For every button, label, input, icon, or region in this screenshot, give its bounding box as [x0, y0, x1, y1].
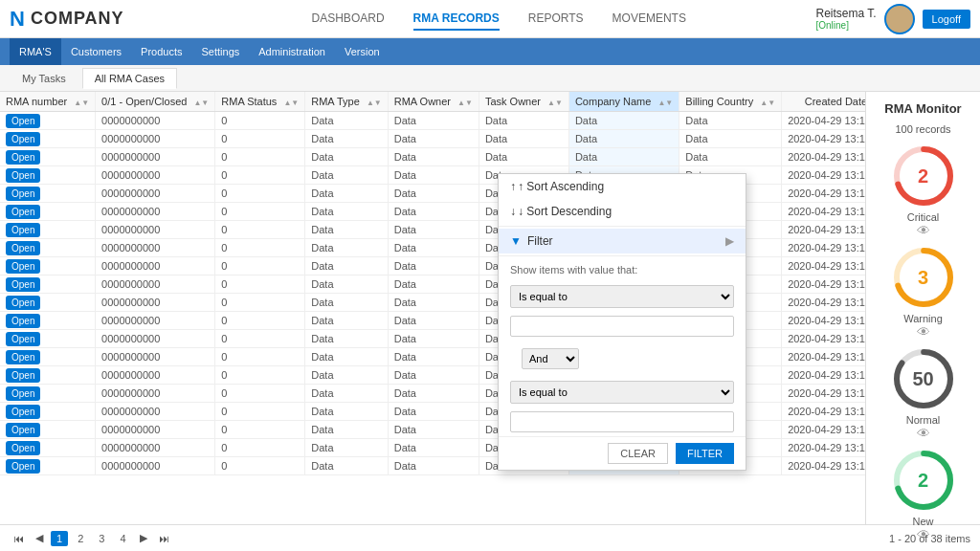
filter-value-2-row [499, 408, 746, 436]
open-status-badge[interactable]: Open [6, 114, 40, 128]
monitor-normal-eye-icon[interactable]: 👁 [917, 426, 930, 441]
page-first-button[interactable]: ⏮ [10, 531, 28, 546]
open-status-badge[interactable]: Open [6, 168, 40, 183]
sort-ascending-option[interactable]: ↑ ↑ Sort Ascending [499, 174, 746, 199]
monitor-title: RMA Monitor [884, 101, 961, 116]
filter-row-2: Is equal to Is not equal to Contains [499, 377, 746, 408]
page-3[interactable]: 3 [93, 531, 110, 546]
main-content: RMA number ▲▼ 0/1 - Open/Closed ▲▼ RMA S… [0, 92, 980, 524]
col-open-closed[interactable]: 0/1 - Open/Closed ▲▼ [96, 92, 215, 112]
monitor-item-warning: 3Warning👁 [874, 244, 972, 340]
sort-descending-option[interactable]: ↓ ↓ Sort Descending [499, 199, 746, 224]
table-row: Open00000000000DataDataDataDataData2020-… [0, 130, 865, 148]
open-status-badge[interactable]: Open [6, 332, 40, 346]
filter-clear-button[interactable]: CLEAR [608, 443, 668, 464]
and-or-select[interactable]: And Or [522, 348, 579, 369]
monitor-critical-label: Critical [907, 211, 940, 223]
open-status-badge[interactable]: Open [6, 223, 40, 237]
filter-value-2-input[interactable] [510, 411, 734, 432]
sub-nav: RMA'S Customers Products Settings Admini… [0, 38, 980, 65]
tab-all-rma-cases[interactable]: All RMA Cases [82, 68, 177, 89]
open-status-badge[interactable]: Open [6, 241, 40, 255]
open-status-badge[interactable]: Open [6, 205, 40, 219]
open-status-badge[interactable]: Open [6, 187, 40, 201]
monitor-normal-label: Normal [906, 414, 940, 426]
filter-and-row: And Or [499, 341, 746, 377]
subnav-administration[interactable]: Administration [249, 38, 335, 65]
monitor-critical-count: 2 [918, 165, 928, 187]
page-4[interactable]: 4 [114, 531, 131, 546]
col-rma-status[interactable]: RMA Status ▲▼ [215, 92, 305, 112]
col-created-date[interactable]: Created Date ▲▼ [782, 92, 865, 112]
subnav-settings[interactable]: Settings [192, 38, 250, 65]
subnav-rmas[interactable]: RMA'S [10, 38, 61, 65]
nav-reports[interactable]: REPORTS [528, 8, 584, 31]
page-next-button[interactable]: ▶ [136, 530, 151, 546]
top-bar: N COMPANY DASHBOARD RMA RECORDS REPORTS … [0, 0, 980, 38]
open-status-badge[interactable]: Open [6, 405, 40, 419]
filter-option[interactable]: ▼ Filter ▶ [499, 229, 746, 253]
subnav-customers[interactable]: Customers [61, 38, 131, 65]
monitor-items: 2Critical👁3Warning👁50Normal👁2New👁 [874, 143, 972, 542]
open-status-badge[interactable]: Open [6, 150, 40, 165]
open-status-badge[interactable]: Open [6, 132, 40, 146]
monitor-critical-eye-icon[interactable]: 👁 [917, 223, 930, 238]
col-rma-owner[interactable]: RMA Owner ▲▼ [388, 92, 479, 112]
table-row: Open00000000000DataDataDataDataData2020-… [0, 112, 865, 130]
open-status-badge[interactable]: Open [6, 259, 40, 274]
page-1[interactable]: 1 [51, 531, 68, 546]
filter-dropdown: ↑ ↑ Sort Ascending ↓ ↓ Sort Descending ▼… [498, 173, 746, 471]
col-task-owner[interactable]: Task Owner ▲▼ [479, 92, 568, 112]
monitor-new-count: 2 [918, 470, 928, 492]
table-area: RMA number ▲▼ 0/1 - Open/Closed ▲▼ RMA S… [0, 92, 865, 524]
page-last-button[interactable]: ⏭ [155, 531, 173, 546]
nav-rma-records[interactable]: RMA RECORDS [413, 8, 500, 31]
open-status-badge[interactable]: Open [6, 277, 40, 292]
open-status-badge[interactable]: Open [6, 441, 40, 455]
monitor-records: 100 records [895, 123, 950, 135]
tab-bar: My Tasks All RMA Cases [0, 65, 980, 92]
monitor-warning-count: 3 [918, 267, 928, 289]
user-status: [Online] [815, 20, 876, 31]
filter-condition-1-select[interactable]: Is equal to Is not equal to Contains [510, 285, 734, 308]
col-rma-type[interactable]: RMA Type ▲▼ [305, 92, 388, 112]
tab-my-tasks[interactable]: My Tasks [10, 68, 78, 89]
monitor-warning-eye-icon[interactable]: 👁 [917, 324, 930, 340]
rma-monitor: RMA Monitor 100 records 2Critical👁3Warni… [865, 92, 980, 524]
filter-icon: ▼ [510, 234, 522, 248]
subnav-version[interactable]: Version [335, 38, 390, 65]
open-status-badge[interactable]: Open [6, 459, 40, 474]
user-info: Reitsema T. [Online] [815, 7, 876, 31]
pagination: ⏮ ◀ 1 2 3 4 ▶ ⏭ [10, 530, 173, 546]
page-2[interactable]: 2 [72, 531, 89, 546]
open-status-badge[interactable]: Open [6, 314, 40, 328]
col-company-name[interactable]: Company Name ▲▼ [568, 92, 679, 112]
filter-row-1: Is equal to Is not equal to Contains [499, 281, 746, 312]
filter-condition-2-select[interactable]: Is equal to Is not equal to Contains [510, 381, 734, 404]
logoff-button[interactable]: Logoff [923, 10, 970, 29]
col-rma-number[interactable]: RMA number ▲▼ [0, 92, 96, 112]
subnav-products[interactable]: Products [131, 38, 191, 65]
sort-desc-icon: ↓ [510, 205, 516, 218]
filter-apply-button[interactable]: FILTER [676, 443, 734, 464]
table-row: Open00000000000DataDataDataDataData2020-… [0, 148, 865, 166]
sort-asc-icon: ↑ [510, 180, 516, 193]
avatar [884, 4, 915, 34]
monitor-item-normal: 50Normal👁 [874, 345, 972, 441]
main-nav: DASHBOARD RMA RECORDS REPORTS MOVEMENTS [182, 8, 815, 31]
filter-value-1-input[interactable] [510, 316, 734, 337]
submenu-arrow-icon: ▶ [725, 234, 734, 248]
footer: ⏮ ◀ 1 2 3 4 ▶ ⏭ 1 - 20 of 38 items [0, 524, 980, 551]
nav-dashboard[interactable]: DASHBOARD [312, 8, 385, 31]
page-prev-button[interactable]: ◀ [32, 530, 47, 546]
monitor-item-critical: 2Critical👁 [874, 143, 972, 238]
nav-movements[interactable]: MOVEMENTS [612, 8, 686, 31]
open-status-badge[interactable]: Open [6, 296, 40, 310]
open-status-badge[interactable]: Open [6, 350, 40, 364]
open-status-badge[interactable]: Open [6, 386, 40, 401]
logo-area: N COMPANY [10, 7, 182, 32]
open-status-badge[interactable]: Open [6, 368, 40, 383]
filter-value-1-row [499, 312, 746, 341]
open-status-badge[interactable]: Open [6, 423, 40, 437]
col-billing-country[interactable]: Billing Country ▲▼ [679, 92, 782, 112]
